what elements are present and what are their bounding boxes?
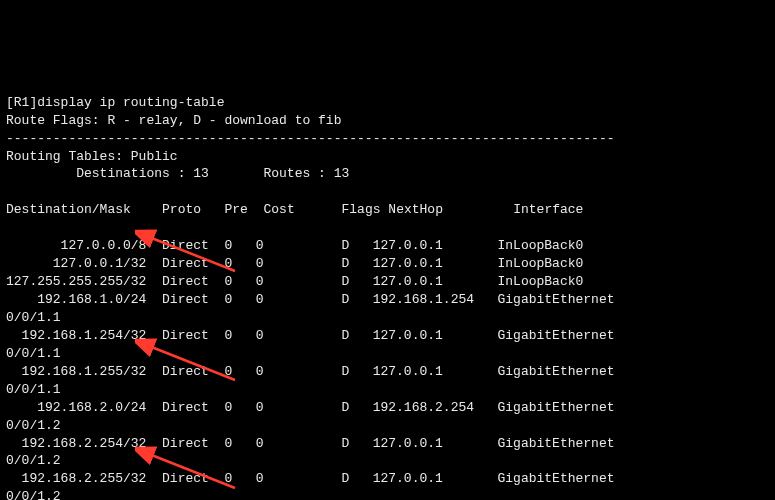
summary-line: Destinations : 13 Routes : 13 — [6, 166, 349, 181]
command-line: [R1]display ip routing-table — [6, 95, 224, 110]
dest-label: Destinations : — [76, 166, 193, 181]
header-nexthop: NextHop — [388, 202, 443, 217]
table-rows: 127.0.0.0/8 Direct 0 0 D 127.0.0.1 InLoo… — [6, 238, 615, 500]
dest-count: 13 — [193, 166, 209, 181]
header-cost: Cost — [263, 202, 294, 217]
table-title: Routing Tables: Public — [6, 149, 178, 164]
routes-label: Routes : — [263, 166, 333, 181]
header-dest: Destination/Mask — [6, 202, 131, 217]
table-header: Destination/Mask Proto Pre Cost Flags Ne… — [6, 202, 583, 217]
header-flags: Flags — [342, 202, 381, 217]
route-flags-line: Route Flags: R - relay, D - download to … — [6, 113, 341, 128]
header-proto: Proto — [162, 202, 201, 217]
header-pre: Pre — [224, 202, 247, 217]
separator-line: ----------------------------------------… — [6, 131, 615, 146]
terminal-output: [R1]display ip routing-table Route Flags… — [6, 76, 769, 500]
routes-count: 13 — [334, 166, 350, 181]
header-interface: Interface — [513, 202, 583, 217]
